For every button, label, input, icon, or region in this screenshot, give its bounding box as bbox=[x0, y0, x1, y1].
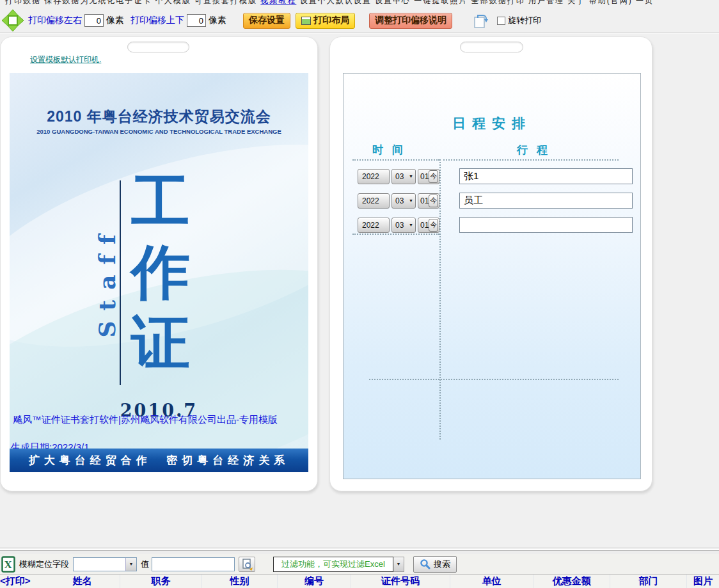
itinerary-input[interactable] bbox=[459, 168, 633, 184]
day-spinner[interactable]: 01 今 bbox=[418, 218, 439, 233]
filter-hint-box[interactable]: 过滤功能，可实现过滤Excel bbox=[273, 557, 393, 572]
toolbar-divider bbox=[0, 33, 719, 35]
column-header-unit[interactable]: 单位 bbox=[450, 575, 533, 588]
schedule-row: 2022 03 ▼ 01 今 bbox=[358, 217, 633, 233]
menu-text-right: 设置个人默认设置 设置中心 一键提取照片 全部数据打印 用户管理 关于 帮助(官… bbox=[300, 0, 654, 5]
software-watermark: 飚风™证件证书套打软件|苏州飚风软件有限公司出品-专用模版 bbox=[13, 414, 278, 426]
event-title: 2010 年粤台经济技术贸易交流会 bbox=[10, 107, 308, 127]
lanyard-slot bbox=[127, 42, 189, 52]
day-value: 01 bbox=[420, 221, 429, 230]
value-input[interactable] bbox=[152, 557, 235, 571]
print-layout-label: 打印布局 bbox=[313, 15, 349, 26]
value-label: 值 bbox=[141, 559, 149, 570]
search-label: 搜索 bbox=[434, 559, 450, 570]
rotate-page-icon bbox=[471, 12, 489, 29]
day-value: 01 bbox=[420, 196, 429, 205]
svg-text:X: X bbox=[4, 559, 13, 571]
move-offset-icon bbox=[1, 9, 24, 32]
chevron-down-icon: ▼ bbox=[409, 198, 415, 203]
data-grid-header: <打印> 姓名 职务 性别 编号 证件号码 单位 优惠金额 部门 图片 bbox=[0, 574, 719, 588]
itinerary-input[interactable] bbox=[459, 193, 633, 209]
menu-link[interactable]: 视频教程 bbox=[260, 0, 296, 5]
schedule-row: 2022 03 ▼ 01 今 bbox=[358, 168, 633, 184]
adjust-offset-help-button[interactable]: 调整打印偏移说明 bbox=[369, 13, 452, 29]
today-button[interactable]: 今 bbox=[429, 219, 438, 232]
badge-char-1: 工 bbox=[129, 166, 193, 237]
month-value: 03 bbox=[395, 221, 404, 230]
fuzzy-field-dropdown[interactable]: ▼ bbox=[73, 557, 137, 571]
vertical-divider-line bbox=[120, 180, 121, 385]
work-permit-characters: 工 作 证 bbox=[129, 166, 193, 377]
itinerary-input[interactable] bbox=[459, 217, 633, 233]
search-button[interactable]: 搜索 bbox=[413, 556, 457, 573]
menu-text-left: 打印数据 保存数据为无纸化电子证卡 个人模版 可直接套打模版 bbox=[5, 0, 257, 5]
default-printer-link[interactable]: 设置模板默认打印机. bbox=[30, 54, 101, 65]
staff-vertical-text: Staff bbox=[93, 179, 121, 383]
locate-button[interactable] bbox=[239, 557, 255, 572]
bottom-slogan-banner: 扩大粤台经贸合作 密切粤台经济关系 bbox=[10, 449, 308, 472]
rotate-print-label: 旋转打印 bbox=[508, 15, 541, 26]
month-dropdown[interactable]: 03 ▼ bbox=[391, 193, 416, 209]
column-header-id[interactable]: 证件号码 bbox=[351, 575, 450, 588]
event-subtitle-en: 2010 GUANGDONG-TAIWAN ECONOMIC AND TECHN… bbox=[10, 128, 308, 135]
column-header-print[interactable]: <打印> bbox=[0, 575, 45, 588]
adjust-offset-help-label: 调整打印偏移说明 bbox=[375, 15, 446, 26]
chevron-down-icon[interactable]: ▼ bbox=[125, 558, 136, 571]
pixels-label: 像素 bbox=[106, 15, 124, 26]
year-spinner[interactable]: 2022 bbox=[358, 218, 390, 233]
dotted-separator bbox=[352, 159, 439, 161]
badge-back-card: 日程安排 时间 行程 2022 03 ▼ 01 今 2022 03 ▼ bbox=[329, 36, 652, 491]
column-header-gender[interactable]: 性别 bbox=[202, 575, 278, 588]
badge-front-artwork: 2010 年粤台经济技术贸易交流会 2010 GUANGDONG-TAIWAN … bbox=[10, 73, 308, 472]
offset-lr-input[interactable] bbox=[84, 14, 104, 27]
locate-magnifier-icon bbox=[241, 558, 253, 571]
offset-tb-input[interactable] bbox=[187, 14, 206, 27]
today-button[interactable]: 今 bbox=[429, 170, 438, 183]
fuzzy-field-label: 模糊定位字段 bbox=[19, 559, 69, 570]
pixels-label-2: 像素 bbox=[209, 15, 226, 26]
lanyard-slot bbox=[460, 42, 523, 52]
save-settings-label: 保存设置 bbox=[249, 15, 285, 26]
column-header-number[interactable]: 编号 bbox=[278, 575, 351, 588]
print-layout-button[interactable]: 打印布局 bbox=[296, 13, 355, 29]
schedule-row: 2022 03 ▼ 01 今 bbox=[358, 193, 633, 209]
today-button[interactable]: 今 bbox=[429, 195, 438, 207]
dotted-separator bbox=[369, 379, 619, 380]
filter-hint-text: 过滤功能，可实现过滤Excel bbox=[281, 559, 385, 570]
column-header-dept[interactable]: 部门 bbox=[610, 575, 687, 588]
column-header-name[interactable]: 姓名 bbox=[45, 575, 120, 588]
save-settings-button[interactable]: 保存设置 bbox=[243, 13, 290, 29]
column-header-discount[interactable]: 优惠金额 bbox=[533, 575, 610, 588]
chevron-down-icon: ▼ bbox=[409, 223, 415, 227]
time-column-header: 时间 bbox=[344, 143, 441, 157]
bottom-divider bbox=[0, 548, 719, 554]
search-icon bbox=[420, 559, 431, 569]
offset-tb-label: 打印偏移上下 bbox=[130, 15, 184, 26]
rotate-print-checkbox[interactable] bbox=[497, 17, 505, 25]
offset-lr-label: 打印偏移左右 bbox=[28, 15, 82, 26]
rotate-print-group: 旋转打印 bbox=[471, 12, 541, 29]
year-spinner[interactable]: 2022 bbox=[358, 193, 390, 209]
year-spinner[interactable]: 2022 bbox=[358, 169, 390, 184]
badge-char-2: 作 bbox=[129, 237, 193, 307]
column-header-position[interactable]: 职务 bbox=[120, 575, 202, 588]
month-value: 03 bbox=[395, 196, 404, 205]
month-dropdown[interactable]: 03 ▼ bbox=[391, 218, 416, 233]
excel-icon: X bbox=[1, 556, 15, 573]
dotted-separator bbox=[352, 234, 439, 235]
month-dropdown[interactable]: 03 ▼ bbox=[391, 169, 416, 184]
layout-icon bbox=[301, 17, 311, 25]
search-toolbar: X 模糊定位字段 ▼ 值 过滤功能，可实现过滤Excel ▼ 搜索 bbox=[0, 554, 719, 574]
schedule-panel: 日程安排 时间 行程 2022 03 ▼ 01 今 2022 03 ▼ bbox=[343, 73, 641, 479]
badge-front-card: 设置模板默认打印机. 2010 年粤台经济技术贸易交流会 2010 GUANGD… bbox=[0, 36, 318, 491]
column-header-photo[interactable]: 图片 bbox=[687, 575, 719, 588]
chevron-down-icon[interactable]: ▼ bbox=[393, 557, 404, 572]
day-value: 01 bbox=[420, 172, 429, 181]
schedule-title: 日程安排 bbox=[344, 115, 640, 132]
chevron-down-icon: ▼ bbox=[409, 174, 415, 179]
menubar[interactable]: 打印数据 保存数据为无纸化电子证卡 个人模版 可直接套打模版 视频教程 设置个人… bbox=[0, 0, 719, 8]
dotted-separator bbox=[443, 159, 619, 161]
day-spinner[interactable]: 01 今 bbox=[418, 193, 439, 209]
day-spinner[interactable]: 01 今 bbox=[418, 169, 439, 184]
print-toolbar: 打印偏移左右 像素 打印偏移上下 像素 保存设置 打印布局 调整打印偏移说明 旋… bbox=[0, 8, 719, 33]
